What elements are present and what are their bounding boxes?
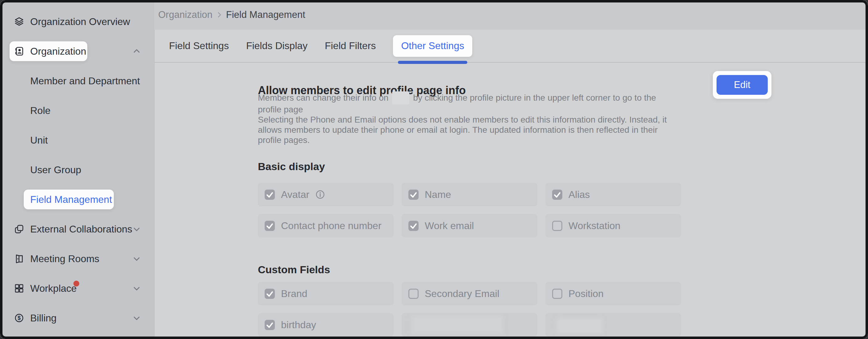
sidebar-item-billing[interactable]: $Billing xyxy=(0,303,154,333)
sidebar-item-workplace[interactable]: Workplace xyxy=(0,274,154,303)
description-line: Members can change their info onby click… xyxy=(258,91,667,104)
sidebar-item-label: Workplace xyxy=(30,283,77,294)
sidebar: Organization OverviewOrganizationMember … xyxy=(0,0,155,339)
sidebar-item-label: Meeting Rooms xyxy=(30,253,99,264)
sidebar-item-label: Organization Overview xyxy=(30,16,130,27)
sidebar-item-label: User Group xyxy=(30,164,81,176)
field-label: Name xyxy=(425,189,451,200)
field-label: Contact phone number xyxy=(281,220,381,231)
description-text: by clicking the profile picture in the u… xyxy=(413,93,656,103)
meeting-door-icon xyxy=(14,253,24,264)
field-label: Workstation xyxy=(568,220,620,231)
field-chip-contact-phone-number: Contact phone number xyxy=(258,214,394,237)
tab-bar: Field SettingsFields DisplayField Filter… xyxy=(154,30,868,63)
layers-icon xyxy=(14,17,24,27)
description-line: Selecting the Phone and Email options do… xyxy=(258,115,667,125)
workplace-grid-icon xyxy=(14,283,24,293)
app-window: Organization OverviewOrganizationMember … xyxy=(0,0,868,339)
tab-label: Field Settings xyxy=(169,40,229,51)
description-line: profile pages. xyxy=(258,135,667,145)
field-chip-workstation: Workstation xyxy=(545,214,681,237)
active-tab-underline xyxy=(398,61,467,64)
tab-label: Fields Display xyxy=(246,40,308,51)
chevron-right-icon xyxy=(217,11,222,19)
custom-fields-grid: BrandSecondary EmailPositionbirthday xyxy=(258,282,681,337)
basic-display-field-grid: AvatarNameAliasContact phone numberWork … xyxy=(258,183,681,237)
checkbox-checked[interactable] xyxy=(265,190,275,200)
sidebar-item-label: Unit xyxy=(30,135,48,146)
tab-label: Field Filters xyxy=(325,40,376,51)
sidebar-item-label: Member and Department xyxy=(30,75,140,87)
sidebar-item-user-group[interactable]: User Group xyxy=(0,155,154,185)
sidebar-item-meeting-rooms[interactable]: Meeting Rooms xyxy=(0,244,154,274)
sidebar-item-member-and-department[interactable]: Member and Department xyxy=(0,66,154,96)
description-line: profile page xyxy=(258,104,667,115)
chevron-down-icon[interactable] xyxy=(133,314,141,322)
breadcrumb-item-field-management: Field Management xyxy=(226,9,305,20)
edit-button[interactable]: Edit xyxy=(717,75,768,95)
sidebar-item-field-management[interactable]: Field Management xyxy=(0,185,154,214)
tab-field-filters[interactable]: Field Filters xyxy=(325,40,376,52)
field-chip-avatar: Avatar xyxy=(258,183,394,206)
field-label: birthday xyxy=(281,319,316,331)
field-chip-work-email: Work email xyxy=(402,214,537,237)
svg-text:$: $ xyxy=(18,315,21,321)
checkbox-checked[interactable] xyxy=(408,190,418,200)
sidebar-item-label: Billing xyxy=(30,312,57,324)
external-collab-icon xyxy=(14,224,24,234)
field-chip-birthday: birthday xyxy=(258,313,394,337)
checkbox-unchecked[interactable] xyxy=(552,289,562,299)
field-chip-redacted xyxy=(402,313,537,337)
section-title-custom-fields: Custom Fields xyxy=(258,264,330,276)
field-label: Secondary Email xyxy=(425,288,499,300)
checkbox-checked[interactable] xyxy=(408,221,418,231)
field-chip-alias: Alias xyxy=(545,183,681,206)
sidebar-item-label: External Collaborations xyxy=(30,224,132,235)
field-label: Position xyxy=(568,288,603,300)
field-chip-name: Name xyxy=(402,183,537,206)
billing-dollar-icon: $ xyxy=(14,313,24,323)
checkbox-checked[interactable] xyxy=(265,289,275,299)
tab-other-settings[interactable]: Other Settings xyxy=(393,35,472,57)
sidebar-item-label: Field Management xyxy=(30,194,112,205)
breadcrumb: Organization Field Management xyxy=(154,0,868,30)
sidebar-item-role[interactable]: Role xyxy=(0,96,154,125)
redacted-blur xyxy=(556,318,603,334)
description-line: allows members to update their phone or … xyxy=(258,125,667,135)
notification-dot xyxy=(73,281,79,286)
sidebar-item-label: Organization xyxy=(30,46,86,57)
sidebar-item-organization-overview[interactable]: Organization Overview xyxy=(0,7,154,36)
sidebar-item-unit[interactable]: Unit xyxy=(0,125,154,155)
checkbox-checked[interactable] xyxy=(552,190,562,200)
tab-field-settings[interactable]: Field Settings xyxy=(169,40,229,52)
field-chip-secondary-email: Secondary Email xyxy=(402,282,537,305)
sidebar-item-label: Role xyxy=(30,105,51,116)
chevron-down-icon[interactable] xyxy=(133,255,141,263)
section-title-basic-display: Basic display xyxy=(258,161,325,173)
field-chip-position: Position xyxy=(545,282,681,305)
field-chip-redacted xyxy=(545,313,681,337)
field-label: Alias xyxy=(568,189,590,200)
checkbox-checked[interactable] xyxy=(265,221,275,231)
info-icon[interactable] xyxy=(315,190,325,199)
checkbox-checked[interactable] xyxy=(265,320,275,330)
chevron-down-icon[interactable] xyxy=(133,284,141,292)
checkbox-unchecked[interactable] xyxy=(552,221,562,231)
chevron-up-icon[interactable] xyxy=(133,47,141,55)
redacted-product-name xyxy=(392,91,409,104)
breadcrumb-item-organization[interactable]: Organization xyxy=(158,9,213,20)
sidebar-item-organization[interactable]: Organization xyxy=(0,36,154,66)
page-description: Members can change their info onby click… xyxy=(258,91,667,145)
checkbox-unchecked[interactable] xyxy=(408,289,418,299)
tab-fields-display[interactable]: Fields Display xyxy=(246,40,308,52)
contacts-book-icon xyxy=(14,46,24,57)
tab-label: Other Settings xyxy=(401,40,464,52)
chevron-down-icon[interactable] xyxy=(133,225,141,233)
field-label: Brand xyxy=(281,288,307,300)
edit-button-highlight: Edit xyxy=(713,71,771,99)
redacted-blur xyxy=(411,315,503,335)
field-label: Avatar xyxy=(281,189,309,200)
field-label: Work email xyxy=(425,220,474,231)
sidebar-item-external-collaborations[interactable]: External Collaborations xyxy=(0,214,154,244)
description-text: Members can change their info on xyxy=(258,93,389,103)
